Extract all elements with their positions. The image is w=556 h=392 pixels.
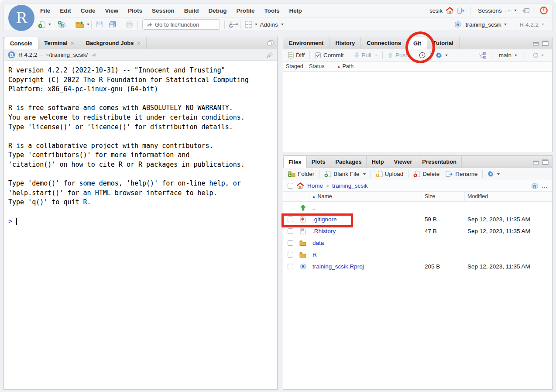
tab-history[interactable]: History xyxy=(329,37,361,49)
minimize-pane-icon[interactable] xyxy=(533,159,539,165)
project-menu[interactable]: training_scsik xyxy=(463,19,510,30)
menu-tools[interactable]: Tools xyxy=(260,7,285,14)
tab-console[interactable]: Console xyxy=(4,37,38,49)
quit-power-button[interactable] xyxy=(540,7,548,14)
menu-profile[interactable]: Profile xyxy=(232,7,260,14)
column-staged[interactable]: Staged xyxy=(283,62,306,71)
tab-terminal[interactable]: Terminal× xyxy=(38,37,80,49)
git-more-gear-button[interactable] xyxy=(432,50,451,61)
more-columns-button[interactable]: ... xyxy=(542,182,548,189)
table-row-data[interactable]: data xyxy=(283,237,552,249)
clear-console-icon[interactable] xyxy=(266,52,273,58)
table-row-r[interactable]: R xyxy=(283,249,552,261)
table-row-rproj[interactable]: R training_scsik.Rproj 205 B Sep 12, 202… xyxy=(283,261,552,272)
console-prompt-line[interactable]: > xyxy=(8,217,273,227)
delete-button[interactable]: Delete xyxy=(410,168,443,180)
upload-button[interactable]: Upload xyxy=(373,168,407,180)
new-file-dropdown-icon[interactable] xyxy=(48,24,51,25)
menu-session[interactable]: Session xyxy=(147,7,179,14)
blank-file-button[interactable]: Blank File xyxy=(321,168,368,180)
column-path[interactable]: ▲Path xyxy=(334,62,552,71)
files-breadcrumb: Home > training_scsik R ... xyxy=(283,180,552,192)
rename-button[interactable]: Rename xyxy=(443,168,480,180)
rproj-icon[interactable]: R xyxy=(531,182,538,189)
goto-file-input[interactable] xyxy=(155,21,212,28)
tab-environment[interactable]: Environment xyxy=(283,37,329,49)
open-recent-dropdown-icon[interactable] xyxy=(87,24,89,25)
diff-button[interactable]: Diff xyxy=(285,50,308,61)
menu-debug[interactable]: Debug xyxy=(204,7,232,14)
home-icon[interactable] xyxy=(296,182,304,189)
tab-packages[interactable]: Packages xyxy=(330,156,367,168)
table-row-parent-dir[interactable]: .. xyxy=(283,202,552,213)
branch-menu[interactable]: main xyxy=(496,50,520,61)
save-all-button[interactable] xyxy=(106,19,119,30)
breadcrumb-home[interactable]: Home xyxy=(307,182,323,189)
goto-file-search[interactable] xyxy=(142,19,220,30)
menu-help[interactable]: Help xyxy=(285,7,307,14)
new-folder-button[interactable]: Folder xyxy=(285,168,317,180)
breadcrumb-folder[interactable]: training_scsik xyxy=(332,182,368,189)
row-checkbox[interactable] xyxy=(288,252,293,258)
r-version-menu[interactable]: R 4.2.2 xyxy=(517,19,547,30)
refresh-button[interactable] xyxy=(529,50,547,61)
print-button[interactable] xyxy=(123,19,136,30)
menu-build[interactable]: Build xyxy=(179,7,204,14)
menu-view[interactable]: View xyxy=(100,7,124,14)
file-name-link[interactable]: training_scsik.Rproj xyxy=(309,263,422,270)
maximize-pane-icon[interactable] xyxy=(542,41,549,46)
branch-icon[interactable] xyxy=(479,52,487,58)
popout-window-icon[interactable] xyxy=(267,40,274,46)
row-checkbox[interactable] xyxy=(288,264,293,269)
console-output[interactable]: R version 4.2.2 (2022-10-31) -- "Innocen… xyxy=(4,61,277,226)
goto-directory-icon[interactable] xyxy=(91,52,96,58)
version-control-dropdown-icon[interactable] xyxy=(236,24,238,25)
menu-bar: File Edit Code View Plots Session Build … xyxy=(35,4,550,17)
select-all-checkbox[interactable] xyxy=(288,183,293,189)
maximize-pane-icon[interactable] xyxy=(542,159,549,165)
new-project-button[interactable]: R xyxy=(55,19,69,30)
tab-presentation[interactable]: Presentation xyxy=(417,156,462,168)
version-control-button[interactable]: +G‒ xyxy=(227,19,236,30)
minimize-pane-icon[interactable] xyxy=(533,41,539,46)
folder-icon xyxy=(296,240,309,246)
open-file-button[interactable] xyxy=(73,19,87,30)
tab-files[interactable]: Files xyxy=(283,156,307,168)
tab-background-jobs[interactable]: Background Jobs× xyxy=(80,37,147,49)
chevron-down-icon xyxy=(542,24,544,25)
new-session-window-icon[interactable] xyxy=(522,8,530,14)
file-name-link[interactable]: .Rhistory xyxy=(309,228,422,234)
addins-button[interactable]: Addins xyxy=(257,19,286,30)
save-button[interactable] xyxy=(93,19,106,30)
menu-file[interactable]: File xyxy=(35,7,55,14)
row-checkbox[interactable] xyxy=(288,240,293,246)
menu-code[interactable]: Code xyxy=(76,7,100,14)
column-modified[interactable]: Modified xyxy=(465,192,552,201)
close-icon[interactable]: × xyxy=(137,40,141,47)
column-status[interactable]: Status xyxy=(306,62,334,71)
tab-viewer[interactable]: Viewer xyxy=(389,156,418,168)
file-name-link[interactable]: data xyxy=(309,240,422,246)
new-file-button[interactable] xyxy=(35,19,48,30)
sessions-menu[interactable]: Sessions · ~ xyxy=(475,5,519,16)
files-more-gear-button[interactable] xyxy=(484,168,503,180)
column-size[interactable]: Size xyxy=(422,192,465,201)
tab-help[interactable]: Help xyxy=(367,156,389,168)
menu-plots[interactable]: Plots xyxy=(123,7,147,14)
file-name-link[interactable]: R xyxy=(309,251,422,258)
file-name-link[interactable]: .. xyxy=(309,204,422,211)
console-r-version: R 4.2.2 xyxy=(18,52,38,58)
pull-button[interactable]: Pull xyxy=(351,50,381,61)
working-directory[interactable]: ~/training_scsik/ xyxy=(45,52,88,58)
close-icon[interactable]: × xyxy=(71,40,74,47)
tab-plots[interactable]: Plots xyxy=(307,156,331,168)
workspace-panes-button[interactable] xyxy=(242,19,255,30)
tab-connections[interactable]: Connections xyxy=(361,37,407,49)
menu-edit[interactable]: Edit xyxy=(55,7,76,14)
row-checkbox[interactable] xyxy=(288,228,293,234)
column-name[interactable]: ▲Name xyxy=(309,192,422,201)
sign-out-icon[interactable] xyxy=(457,7,465,14)
commit-button[interactable]: Commit xyxy=(312,50,347,61)
home-icon[interactable] xyxy=(446,7,454,14)
git-file-list[interactable] xyxy=(283,72,552,152)
